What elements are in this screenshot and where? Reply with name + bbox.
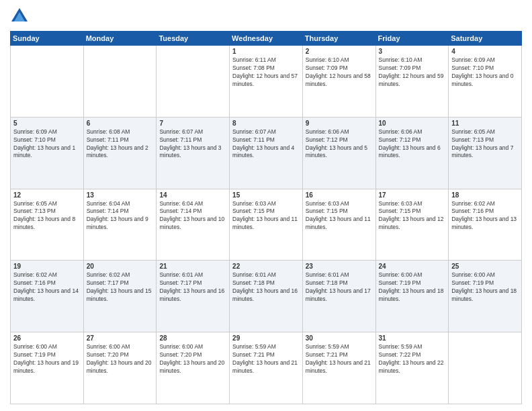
day-info: Sunrise: 6:02 AM Sunset: 7:16 PM Dayligh…	[451, 200, 519, 232]
day-info: Sunrise: 6:02 AM Sunset: 7:17 PM Dayligh…	[87, 271, 154, 304]
day-info: Sunrise: 5:59 AM Sunset: 7:22 PM Dayligh…	[379, 343, 446, 375]
day-cell	[83, 46, 157, 118]
day-cell: 1Sunrise: 6:11 AM Sunset: 7:08 PM Daylig…	[230, 46, 303, 118]
day-info: Sunrise: 6:05 AM Sunset: 7:13 PM Dayligh…	[451, 128, 519, 161]
day-cell: 20Sunrise: 6:02 AM Sunset: 7:17 PM Dayli…	[83, 261, 157, 332]
day-info: Sunrise: 6:09 AM Sunset: 7:10 PM Dayligh…	[451, 56, 519, 89]
day-info: Sunrise: 6:10 AM Sunset: 7:09 PM Dayligh…	[379, 56, 446, 89]
day-cell: 12Sunrise: 6:05 AM Sunset: 7:13 PM Dayli…	[11, 189, 84, 261]
header	[10, 7, 522, 26]
day-cell: 11Sunrise: 6:05 AM Sunset: 7:13 PM Dayli…	[449, 117, 522, 189]
calendar-table: SundayMondayTuesdayWednesdayThursdayFrid…	[10, 31, 522, 404]
day-number: 4	[451, 48, 519, 55]
week-row-2: 12Sunrise: 6:05 AM Sunset: 7:13 PM Dayli…	[11, 189, 522, 261]
day-info: Sunrise: 6:04 AM Sunset: 7:14 PM Dayligh…	[87, 200, 154, 232]
day-number: 1	[232, 48, 300, 55]
day-cell: 25Sunrise: 6:00 AM Sunset: 7:19 PM Dayli…	[449, 261, 522, 332]
day-info: Sunrise: 6:03 AM Sunset: 7:15 PM Dayligh…	[306, 200, 373, 232]
day-number: 10	[379, 120, 446, 127]
day-info: Sunrise: 6:02 AM Sunset: 7:16 PM Dayligh…	[13, 271, 81, 304]
day-number: 11	[451, 120, 519, 127]
day-cell: 24Sunrise: 6:00 AM Sunset: 7:19 PM Dayli…	[375, 261, 449, 332]
day-info: Sunrise: 6:03 AM Sunset: 7:15 PM Dayligh…	[232, 200, 300, 232]
day-cell: 15Sunrise: 6:03 AM Sunset: 7:15 PM Dayli…	[230, 189, 303, 261]
day-number: 8	[232, 120, 300, 127]
day-cell: 28Sunrise: 6:00 AM Sunset: 7:20 PM Dayli…	[157, 332, 230, 404]
day-info: Sunrise: 6:07 AM Sunset: 7:11 PM Dayligh…	[159, 128, 226, 161]
day-number: 15	[232, 191, 300, 199]
week-row-4: 26Sunrise: 6:00 AM Sunset: 7:19 PM Dayli…	[11, 332, 522, 404]
day-number: 14	[159, 191, 226, 199]
day-info: Sunrise: 6:06 AM Sunset: 7:12 PM Dayligh…	[306, 128, 373, 161]
day-info: Sunrise: 6:06 AM Sunset: 7:12 PM Dayligh…	[379, 128, 446, 161]
day-number: 19	[13, 263, 81, 270]
header-wednesday: Wednesday	[230, 32, 303, 46]
day-cell: 14Sunrise: 6:04 AM Sunset: 7:14 PM Dayli…	[157, 189, 230, 261]
day-info: Sunrise: 6:01 AM Sunset: 7:17 PM Dayligh…	[159, 271, 226, 304]
day-number: 3	[379, 48, 446, 55]
day-cell: 22Sunrise: 6:01 AM Sunset: 7:18 PM Dayli…	[230, 261, 303, 332]
day-cell: 30Sunrise: 5:59 AM Sunset: 7:21 PM Dayli…	[302, 332, 375, 404]
day-info: Sunrise: 6:05 AM Sunset: 7:13 PM Dayligh…	[13, 200, 81, 232]
day-number: 26	[13, 334, 81, 342]
day-number: 5	[13, 120, 81, 127]
day-cell: 6Sunrise: 6:08 AM Sunset: 7:11 PM Daylig…	[83, 117, 157, 189]
day-info: Sunrise: 6:00 AM Sunset: 7:19 PM Dayligh…	[379, 271, 446, 304]
day-info: Sunrise: 6:11 AM Sunset: 7:08 PM Dayligh…	[232, 56, 300, 89]
day-cell: 23Sunrise: 6:01 AM Sunset: 7:18 PM Dayli…	[302, 261, 375, 332]
day-cell	[449, 332, 522, 404]
header-monday: Monday	[83, 32, 157, 46]
logo-icon	[10, 7, 29, 26]
day-cell	[157, 46, 230, 118]
day-cell: 26Sunrise: 6:00 AM Sunset: 7:19 PM Dayli…	[11, 332, 84, 404]
day-number: 30	[306, 334, 373, 342]
header-tuesday: Tuesday	[157, 32, 230, 46]
day-cell	[11, 46, 84, 118]
day-cell: 7Sunrise: 6:07 AM Sunset: 7:11 PM Daylig…	[157, 117, 230, 189]
day-info: Sunrise: 6:09 AM Sunset: 7:10 PM Dayligh…	[13, 128, 81, 161]
day-number: 17	[379, 191, 446, 199]
day-number: 6	[87, 120, 154, 127]
day-info: Sunrise: 6:00 AM Sunset: 7:20 PM Dayligh…	[159, 343, 226, 375]
day-number: 2	[306, 48, 373, 55]
day-info: Sunrise: 6:08 AM Sunset: 7:11 PM Dayligh…	[87, 128, 154, 161]
day-info: Sunrise: 6:00 AM Sunset: 7:20 PM Dayligh…	[87, 343, 154, 375]
day-cell: 27Sunrise: 6:00 AM Sunset: 7:20 PM Dayli…	[83, 332, 157, 404]
day-cell: 8Sunrise: 6:07 AM Sunset: 7:11 PM Daylig…	[230, 117, 303, 189]
day-info: Sunrise: 5:59 AM Sunset: 7:21 PM Dayligh…	[306, 343, 373, 375]
week-row-1: 5Sunrise: 6:09 AM Sunset: 7:10 PM Daylig…	[11, 117, 522, 189]
day-number: 13	[87, 191, 154, 199]
day-number: 28	[159, 334, 226, 342]
day-number: 23	[306, 263, 373, 270]
day-cell: 13Sunrise: 6:04 AM Sunset: 7:14 PM Dayli…	[83, 189, 157, 261]
day-info: Sunrise: 6:01 AM Sunset: 7:18 PM Dayligh…	[232, 271, 300, 304]
day-number: 29	[232, 334, 300, 342]
day-cell: 17Sunrise: 6:03 AM Sunset: 7:15 PM Dayli…	[375, 189, 449, 261]
day-cell: 2Sunrise: 6:10 AM Sunset: 7:09 PM Daylig…	[302, 46, 375, 118]
day-info: Sunrise: 6:04 AM Sunset: 7:14 PM Dayligh…	[159, 200, 226, 232]
header-row: SundayMondayTuesdayWednesdayThursdayFrid…	[11, 32, 522, 46]
day-number: 21	[159, 263, 226, 270]
day-number: 9	[306, 120, 373, 127]
day-number: 16	[306, 191, 373, 199]
day-cell: 21Sunrise: 6:01 AM Sunset: 7:17 PM Dayli…	[157, 261, 230, 332]
day-number: 18	[451, 191, 519, 199]
day-number: 12	[13, 191, 81, 199]
day-number: 25	[451, 263, 519, 270]
day-cell: 19Sunrise: 6:02 AM Sunset: 7:16 PM Dayli…	[11, 261, 84, 332]
day-cell: 31Sunrise: 5:59 AM Sunset: 7:22 PM Dayli…	[375, 332, 449, 404]
day-cell: 4Sunrise: 6:09 AM Sunset: 7:10 PM Daylig…	[449, 46, 522, 118]
day-info: Sunrise: 5:59 AM Sunset: 7:21 PM Dayligh…	[232, 343, 300, 375]
header-thursday: Thursday	[302, 32, 375, 46]
day-info: Sunrise: 6:03 AM Sunset: 7:15 PM Dayligh…	[379, 200, 446, 232]
day-cell: 3Sunrise: 6:10 AM Sunset: 7:09 PM Daylig…	[375, 46, 449, 118]
day-cell: 10Sunrise: 6:06 AM Sunset: 7:12 PM Dayli…	[375, 117, 449, 189]
header-sunday: Sunday	[11, 32, 84, 46]
day-info: Sunrise: 6:10 AM Sunset: 7:09 PM Dayligh…	[306, 56, 373, 89]
page: SundayMondayTuesdayWednesdayThursdayFrid…	[0, 0, 532, 411]
day-number: 20	[87, 263, 154, 270]
day-cell: 16Sunrise: 6:03 AM Sunset: 7:15 PM Dayli…	[302, 189, 375, 261]
header-saturday: Saturday	[449, 32, 522, 46]
day-cell: 18Sunrise: 6:02 AM Sunset: 7:16 PM Dayli…	[449, 189, 522, 261]
day-cell: 29Sunrise: 5:59 AM Sunset: 7:21 PM Dayli…	[230, 332, 303, 404]
